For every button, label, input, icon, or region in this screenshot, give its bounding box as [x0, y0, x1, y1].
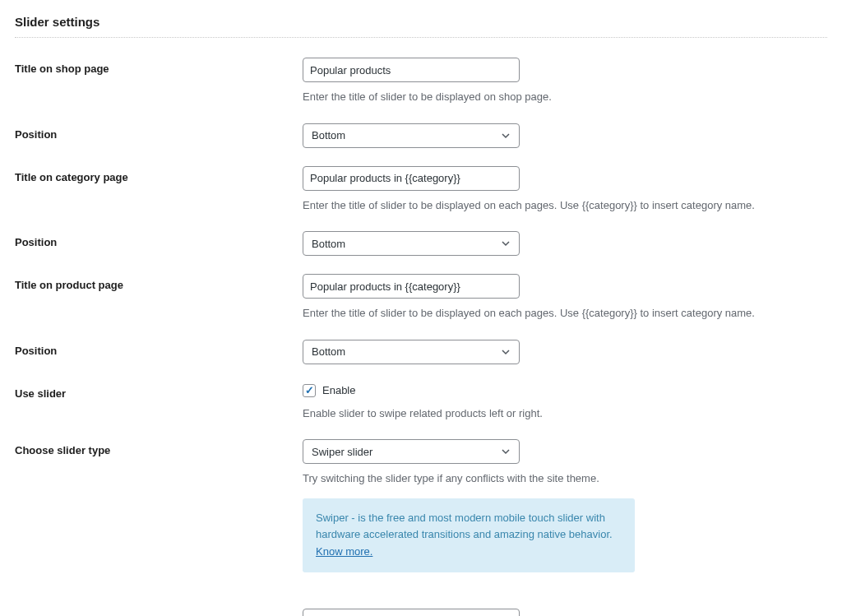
field-slider-type: Choose slider type Swiper slider Try swi… — [15, 439, 827, 487]
checkbox-use-slider-label: Enable — [322, 384, 355, 396]
slider-info-text: Swiper - is the free and most modern mob… — [316, 512, 613, 541]
field-category-title: Title on category page Enter the title o… — [15, 166, 827, 214]
field-category-position: Position Bottom — [15, 231, 827, 256]
slider-info-box: Swiper - is the free and most modern mob… — [303, 498, 635, 572]
label-slider-width: Slider width — [15, 609, 303, 616]
select-product-position-value: Bottom — [312, 345, 345, 358]
label-use-slider: Use slider — [15, 382, 303, 400]
label-product-position: Position — [15, 340, 303, 357]
select-shop-position[interactable]: Bottom — [303, 123, 520, 148]
help-product-title: Enter the title of slider to be displaye… — [303, 305, 827, 322]
select-category-position[interactable]: Bottom — [303, 231, 520, 256]
label-category-position: Position — [15, 231, 303, 248]
select-product-position[interactable]: Bottom — [303, 340, 520, 364]
help-slider-type: Try switching the slider type if any con… — [303, 470, 827, 487]
select-slider-type-value: Swiper slider — [312, 446, 372, 458]
label-category-title: Title on category page — [15, 166, 303, 183]
section-divider — [15, 37, 827, 38]
field-shop-title: Title on shop page Enter the title of sl… — [15, 58, 827, 105]
help-use-slider: Enable slider to swipe related products … — [303, 405, 827, 422]
row-slider-info: Swiper - is the free and most modern mob… — [15, 498, 827, 591]
input-category-title[interactable] — [303, 166, 520, 191]
field-product-position: Position Bottom — [15, 340, 827, 364]
checkbox-use-slider[interactable] — [303, 384, 316, 397]
chevron-down-icon — [501, 347, 511, 357]
field-product-title: Title on product page Enter the title of… — [15, 274, 827, 322]
chevron-down-icon — [501, 131, 511, 141]
input-slider-width[interactable] — [303, 609, 520, 616]
input-shop-title[interactable] — [303, 58, 520, 82]
label-product-title: Title on product page — [15, 274, 303, 291]
field-shop-position: Position Bottom — [15, 123, 827, 148]
help-category-title: Enter the title of slider to be displaye… — [303, 197, 827, 214]
chevron-down-icon — [501, 447, 511, 456]
field-slider-width: Slider width % Alter the width of the re… — [15, 609, 827, 616]
chevron-down-icon — [501, 239, 511, 248]
label-shop-title: Title on shop page — [15, 58, 303, 75]
slider-settings-panel: Slider settings Title on shop page Enter… — [0, 0, 842, 616]
field-use-slider: Use slider Enable Enable slider to swipe… — [15, 382, 827, 422]
select-category-position-value: Bottom — [312, 238, 345, 250]
slider-info-link[interactable]: Know more. — [316, 545, 372, 558]
section-title: Slider settings — [15, 15, 827, 29]
input-product-title[interactable] — [303, 274, 520, 299]
select-shop-position-value: Bottom — [312, 129, 345, 141]
help-shop-title: Enter the title of slider to be displaye… — [303, 89, 827, 105]
label-shop-position: Position — [15, 123, 303, 141]
select-slider-type[interactable]: Swiper slider — [303, 439, 520, 464]
label-slider-type: Choose slider type — [15, 439, 303, 456]
